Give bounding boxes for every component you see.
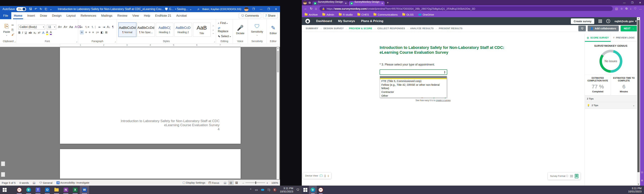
- justify-button[interactable]: ≡: [92, 31, 94, 34]
- tab-close-icon[interactable]: ✕: [382, 2, 383, 5]
- shading-button[interactable]: ◧: [100, 30, 103, 34]
- zoom-slider-thumb[interactable]: [255, 182, 256, 184]
- style-heading1[interactable]: AaBbC(Heading 1: [156, 23, 173, 37]
- web-layout-button[interactable]: 🖽: [234, 180, 239, 185]
- style-normal[interactable]: AaBbCcDd¶ Normal: [118, 23, 136, 37]
- scroll-up-arrow[interactable]: ▲: [276, 47, 279, 50]
- refresh-button[interactable]: ↻: [310, 6, 312, 10]
- browser-tab-1[interactable]: ϻ SurveyMonkey Design : ✕: [312, 1, 348, 5]
- bookmark-folder-admin[interactable]: Admin: [322, 13, 334, 16]
- zoom-out-button[interactable]: –: [242, 181, 244, 184]
- text-effects-button[interactable]: A: [42, 31, 44, 35]
- subscript-button[interactable]: x₂: [34, 31, 36, 34]
- browser-profile-avatar[interactable]: [303, 1, 307, 4]
- start-button[interactable]: [302, 186, 309, 194]
- align-left-button[interactable]: ≡: [80, 30, 83, 34]
- workspaces-icon[interactable]: ⧉: [308, 1, 310, 4]
- tips-expander[interactable]: 💡 2 Tips ⌄: [585, 102, 637, 109]
- focus-button[interactable]: 🗔 Focus: [208, 181, 219, 184]
- multilevel-list-button[interactable]: ⒈⋮: [91, 25, 97, 29]
- style-heading2[interactable]: AaBbCcDHeading 2: [174, 23, 192, 37]
- search-icon[interactable]: ⌕: [198, 7, 200, 11]
- add-collaborators-button[interactable]: 👤Add collaborators: [588, 26, 618, 31]
- accessibility-status[interactable]: ♿ Accessibility: Investigate: [56, 181, 90, 184]
- appointment-dropdown[interactable]: ▲▼: [380, 70, 447, 75]
- document-page-4[interactable]: Introduction to Laboratory Safety for No…: [60, 47, 240, 144]
- bookmark-folder-olss[interactable]: OLSS: [402, 13, 414, 16]
- word-count[interactable]: 0 words: [20, 181, 29, 184]
- grow-font-button[interactable]: A˄: [58, 25, 62, 29]
- scrollbar-up-arrow[interactable]: ▲: [637, 17, 640, 19]
- home-button[interactable]: ⌂: [315, 7, 317, 10]
- crumb-design-survey[interactable]: DESIGN SURVEY: [322, 27, 345, 30]
- line-spacing-button[interactable]: ↕≡: [96, 31, 99, 34]
- snipping-tool-icon[interactable]: ✂: [317, 186, 325, 194]
- clock[interactable]: 3:11 PM 10/31/2023: [280, 187, 293, 193]
- font-size-combobox[interactable]: 11▾: [47, 25, 56, 29]
- tablet-view-button[interactable]: ▯: [324, 174, 326, 177]
- crumb-present-results[interactable]: PRESENT RESULTS: [438, 27, 464, 30]
- wifi-icon[interactable]: ⠇): [268, 188, 270, 192]
- edge-taskbar-icon[interactable]: e: [309, 186, 317, 194]
- browser-essentials-icon[interactable]: ♡: [634, 7, 636, 10]
- page-scrollbar[interactable]: ▲ ▼: [637, 17, 640, 186]
- highlight-button[interactable]: A: [46, 31, 48, 35]
- scroll-thumb[interactable]: [277, 51, 279, 72]
- bold-button[interactable]: B: [18, 31, 20, 34]
- browser-tab-2-active[interactable]: ϻ SurveyMonkey Design : ✕: [349, 1, 384, 5]
- outlook-icon[interactable]: O: [42, 186, 52, 194]
- teams-icon[interactable]: T: [33, 186, 42, 194]
- save-button[interactable]: 🖫: [29, 7, 32, 11]
- change-case-button[interactable]: Aa: [69, 25, 73, 29]
- tab-view[interactable]: View: [130, 12, 142, 19]
- nav-my-surveys[interactable]: My Surveys: [338, 19, 355, 23]
- crumb-analyze-results[interactable]: ANALYZE RESULTS: [409, 27, 435, 30]
- bullets-button[interactable]: ≔: [80, 26, 83, 29]
- phone-view-button[interactable]: ▯: [328, 174, 329, 177]
- font-name-combobox[interactable]: Calibri (Body)▾: [18, 25, 45, 29]
- qat-customize-button[interactable]: ⌄: [50, 7, 52, 11]
- repeat-button[interactable]: ⎗: [45, 7, 47, 11]
- scrollbar-down-arrow[interactable]: ▼: [637, 183, 640, 185]
- dropdown-option-fte[interactable]: FTE (Title 5, Commissioned corp): [380, 79, 447, 83]
- editor-button[interactable]: ✎ Editor: [268, 21, 278, 39]
- bookmark-folder-communications[interactable]: Communications: [374, 13, 398, 16]
- action-center-icon[interactable]: 🗨: [296, 188, 299, 192]
- crumb-summary[interactable]: SUMMARY: [304, 27, 320, 30]
- align-right-button[interactable]: ≡: [89, 31, 90, 34]
- align-center-button[interactable]: ≡: [85, 31, 87, 34]
- sensitivity-badge[interactable]: G...: [169, 8, 174, 11]
- print-layout-button[interactable]: ▤: [228, 180, 234, 185]
- create-a-survey-link[interactable]: create a survey: [436, 99, 450, 102]
- scrollbar-thumb[interactable]: [638, 20, 640, 172]
- numbering-button[interactable]: ⒈≡: [84, 25, 89, 29]
- excel-icon[interactable]: X: [70, 186, 80, 194]
- create-survey-button[interactable]: Create survey: [571, 18, 594, 24]
- dropdown-option-fellow[interactable]: Fellow (e.g., Title 42, ORISE or other n…: [380, 83, 447, 90]
- window-minimize-button[interactable]: —: [620, 1, 628, 4]
- title-chevron-icon[interactable]: ⌄: [190, 7, 192, 11]
- format-painter-button[interactable]: 🖌: [12, 33, 14, 36]
- crumb-collect-responses[interactable]: COLLECT RESPONSES: [376, 27, 406, 30]
- ribbon-display-options-button[interactable]: ❐: [251, 8, 256, 11]
- share-button[interactable]: ⤴Share: [263, 13, 278, 18]
- tab-preview-logic[interactable]: ⑂PREVIEW LOGIC: [611, 34, 637, 41]
- close-button[interactable]: ✕: [274, 8, 278, 11]
- style-title[interactable]: AaBTitle: [193, 23, 210, 37]
- tab-layout[interactable]: Layout: [64, 12, 78, 19]
- italic-button[interactable]: I: [22, 31, 23, 34]
- page-indicator[interactable]: Page 5 of 5: [2, 181, 16, 184]
- tab-design[interactable]: Design: [50, 12, 64, 19]
- restore-button[interactable]: ❐: [266, 8, 271, 11]
- nav-plans-pricing[interactable]: Plans & Pricing: [361, 19, 383, 23]
- paragraph-dialog-launcher[interactable]: ⌟: [115, 40, 116, 42]
- dropdown-option-other[interactable]: Other: [380, 94, 447, 98]
- sensitivity-button[interactable]: 🛡 Sensitivity ⌄: [250, 21, 264, 39]
- minimize-button[interactable]: —: [259, 8, 264, 10]
- styles-scroll-up[interactable]: ⌃: [212, 25, 214, 28]
- favorites-icon[interactable]: ☆: [620, 7, 623, 10]
- copy-button[interactable]: ⎘: [12, 28, 14, 32]
- shrink-font-button[interactable]: A˅: [64, 25, 68, 29]
- bookmark-folder-rstudio[interactable]: R studio: [339, 13, 353, 16]
- word-taskbar-icon[interactable]: W: [80, 186, 89, 194]
